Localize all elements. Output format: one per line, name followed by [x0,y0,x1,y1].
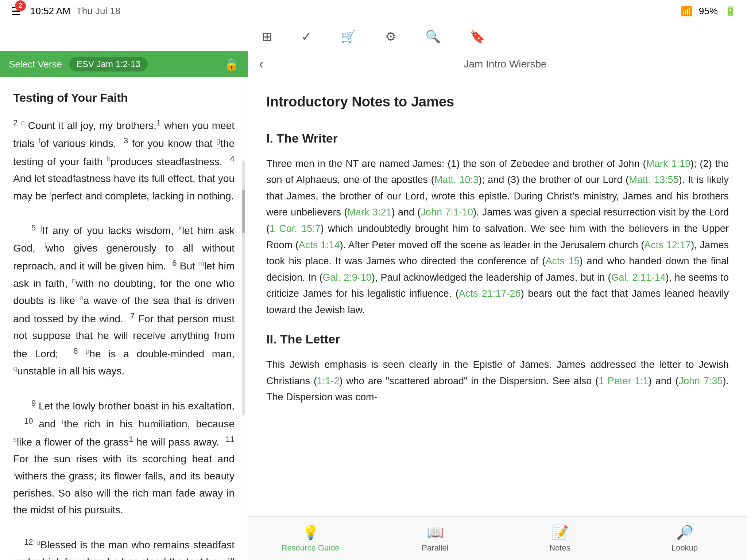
verse-ref-badge[interactable]: ESV Jam 1:2-13 [69,57,148,71]
status-time: 10:52 AM [30,5,70,17]
section-letter-para: This Jewish emphasis is seen clearly in … [266,357,729,405]
select-verse-label[interactable]: Select Verse [9,59,62,70]
bookmark-toolbar-icon[interactable]: 🔖 [470,29,485,44]
notification-badge: 2 [15,0,26,11]
nav-lookup-label: Lookup [671,543,698,553]
bible-text[interactable]: Testing of Your Faith 2 c Count it all j… [0,77,248,560]
ref-john-7-35[interactable]: John 7:35 [679,376,723,386]
left-panel: Select Verse ESV Jam 1:2-13 🔒 Testing of… [0,51,248,560]
ref-gal-2-9-10[interactable]: Gal. 2:9-10 [323,272,372,283]
section-writer-title: I. The Writer [266,128,729,148]
notes-content[interactable]: Introductory Notes to James I. The Write… [248,77,747,516]
ref-matt-10-3[interactable]: Matt. 10:3 [434,174,479,185]
ref-acts-1-14[interactable]: Acts 1:14 [299,240,340,250]
right-panel-title: Jam Intro Wiersbe [274,58,736,70]
right-panel: ‹ Jam Intro Wiersbe Introductory Notes t… [248,51,747,560]
header-bookmark-icon[interactable]: 🔒 [224,57,239,71]
toolbar: ⊞ ✓ 🛒 ⚙ 🔍 🔖 [0,22,747,51]
notes-main-title: Introductory Notes to James [266,90,729,113]
ref-mark-1-19[interactable]: Mark 1:19 [646,158,691,169]
ref-john-7-1-10[interactable]: John 7:1-10 [421,207,473,218]
ref-mark-3-21[interactable]: Mark 3:21 [347,207,391,218]
battery-level: 95% [699,5,718,17]
status-date: Thu Jul 18 [76,5,120,17]
resource-guide-icon: 💡 [302,524,319,540]
battery-icon: 🔋 [724,5,736,17]
section-writer-para: Three men in the NT are named James: (1)… [266,156,729,318]
ref-1cor-15-7[interactable]: 1 Cor. 15:7 [270,223,321,234]
status-right: 📶 95% 🔋 [681,5,736,17]
ref-acts-12-17[interactable]: Acts 12:17 [644,240,691,250]
nav-resource-guide[interactable]: 💡 Resource Guide [248,517,373,560]
check-icon[interactable]: ✓ [301,29,311,44]
ref-1peter-1-1[interactable]: 1 Peter 1:1 [599,376,649,386]
search-icon[interactable]: 🔍 [425,29,441,44]
lookup-icon: 🔎 [676,524,693,540]
nav-parallel-label: Parallel [422,543,448,553]
right-header: ‹ Jam Intro Wiersbe [248,51,747,77]
main-content: Select Verse ESV Jam 1:2-13 🔒 Testing of… [0,51,747,560]
ref-acts-21-17-26[interactable]: Acts 21:17-26 [459,288,521,299]
nav-resource-label: Resource Guide [282,543,340,553]
section-writer: I. The Writer Three men in the NT are na… [266,128,729,318]
nav-notes-label: Notes [549,543,570,553]
verse-header: Select Verse ESV Jam 1:2-13 🔒 [0,51,248,77]
section-title: Testing of Your Faith [13,88,235,108]
status-bar: ☰ 2 10:52 AM Thu Jul 18 📶 95% 🔋 [0,0,747,22]
scroll-track[interactable] [242,160,245,416]
back-arrow-icon[interactable]: ‹ [259,57,263,72]
status-left: ☰ 2 10:52 AM Thu Jul 18 [11,5,120,18]
wifi-icon: 📶 [681,5,692,17]
ref-matt-13-55[interactable]: Matt. 13:55 [629,174,678,185]
ref-gal-2-11-14[interactable]: Gal. 2:11-14 [611,272,665,283]
ref-1-1-2[interactable]: 1:1-2 [317,376,340,386]
verse-header-left: Select Verse ESV Jam 1:2-13 [9,57,148,71]
nav-parallel[interactable]: 📖 Parallel [373,517,498,560]
settings-icon[interactable]: ⚙ [385,29,396,44]
section-letter-title: II. The Letter [266,329,729,349]
section-letter: II. The Letter This Jewish emphasis is s… [266,329,729,405]
bottom-nav: 💡 Resource Guide 📖 Parallel 📝 Notes 🔎 Lo… [248,516,747,560]
ref-acts-15[interactable]: Acts 15 [546,256,580,267]
nav-notes[interactable]: 📝 Notes [498,517,622,560]
verse-text: 2 c Count it all joy, my brothers,1 when… [13,116,235,560]
scroll-thumb[interactable] [242,190,245,233]
library-icon[interactable]: ⊞ [262,29,272,44]
notes-icon: 📝 [551,524,569,540]
cart-icon[interactable]: 🛒 [341,29,356,44]
nav-lookup[interactable]: 🔎 Lookup [622,517,747,560]
parallel-icon: 📖 [427,524,444,540]
